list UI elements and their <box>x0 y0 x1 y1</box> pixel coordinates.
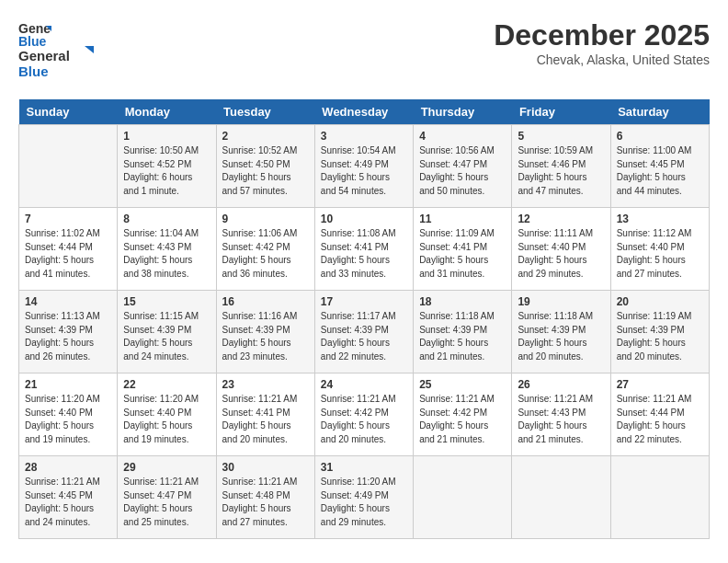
day-info: Sunrise: 11:21 AM Sunset: 4:42 PM Daylig… <box>419 393 506 446</box>
day-number: 5 <box>518 130 604 143</box>
weekday-header-saturday: Saturday <box>610 99 709 125</box>
day-info: Sunrise: 11:21 AM Sunset: 4:48 PM Daylig… <box>222 476 309 529</box>
day-number: 6 <box>617 130 703 143</box>
day-info: Sunrise: 11:21 AM Sunset: 4:45 PM Daylig… <box>25 476 111 529</box>
day-info: Sunrise: 11:12 AM Sunset: 4:40 PM Daylig… <box>617 227 703 281</box>
month-year-title: December 2025 <box>494 18 710 52</box>
calendar-cell: 10Sunrise: 11:08 AM Sunset: 4:41 PM Dayl… <box>314 208 413 291</box>
day-number: 25 <box>419 378 506 391</box>
calendar-week-row: 28Sunrise: 11:21 AM Sunset: 4:45 PM Dayl… <box>19 456 710 539</box>
weekday-header-tuesday: Tuesday <box>216 99 314 125</box>
calendar-cell <box>610 456 709 539</box>
day-info: Sunrise: 11:17 AM Sunset: 4:39 PM Daylig… <box>321 310 407 363</box>
calendar-cell: 18Sunrise: 11:18 AM Sunset: 4:39 PM Dayl… <box>414 291 512 373</box>
calendar-cell: 1Sunrise: 10:50 AM Sunset: 4:52 PM Dayli… <box>118 125 216 208</box>
day-number: 7 <box>25 213 111 225</box>
day-info: Sunrise: 11:21 AM Sunset: 4:41 PM Daylig… <box>222 393 309 446</box>
day-info: Sunrise: 11:21 AM Sunset: 4:44 PM Daylig… <box>617 393 703 446</box>
day-number: 11 <box>419 213 506 225</box>
day-number: 27 <box>617 378 703 391</box>
day-number: 3 <box>321 130 407 143</box>
calendar-cell: 7Sunrise: 11:02 AM Sunset: 4:44 PM Dayli… <box>19 208 118 291</box>
day-number: 23 <box>222 378 309 391</box>
calendar-cell: 15Sunrise: 11:15 AM Sunset: 4:39 PM Dayl… <box>118 291 216 373</box>
day-number: 13 <box>617 213 703 225</box>
calendar-cell: 27Sunrise: 11:21 AM Sunset: 4:44 PM Dayl… <box>610 373 709 456</box>
day-info: Sunrise: 11:20 AM Sunset: 4:49 PM Daylig… <box>321 476 407 529</box>
calendar-cell: 8Sunrise: 11:04 AM Sunset: 4:43 PM Dayli… <box>118 208 216 291</box>
day-info: Sunrise: 11:18 AM Sunset: 4:39 PM Daylig… <box>518 310 604 363</box>
calendar-cell: 20Sunrise: 11:19 AM Sunset: 4:39 PM Dayl… <box>610 291 709 373</box>
calendar-cell: 3Sunrise: 10:54 AM Sunset: 4:49 PM Dayli… <box>314 125 413 208</box>
day-info: Sunrise: 11:20 AM Sunset: 4:40 PM Daylig… <box>123 393 210 446</box>
calendar-cell: 28Sunrise: 11:21 AM Sunset: 4:45 PM Dayl… <box>19 456 118 539</box>
calendar-cell: 19Sunrise: 11:18 AM Sunset: 4:39 PM Dayl… <box>512 291 610 373</box>
calendar-cell: 26Sunrise: 11:21 AM Sunset: 4:43 PM Dayl… <box>512 373 610 456</box>
day-number: 1 <box>123 130 210 143</box>
day-info: Sunrise: 11:02 AM Sunset: 4:44 PM Daylig… <box>25 227 111 281</box>
calendar-cell <box>19 125 118 208</box>
calendar-cell: 17Sunrise: 11:17 AM Sunset: 4:39 PM Dayl… <box>314 291 413 373</box>
svg-marker-5 <box>85 46 94 53</box>
weekday-header-sunday: Sunday <box>19 99 118 125</box>
day-info: Sunrise: 11:08 AM Sunset: 4:41 PM Daylig… <box>321 227 407 281</box>
svg-text:General: General <box>18 48 70 63</box>
day-number: 24 <box>321 378 407 391</box>
day-number: 10 <box>321 213 407 225</box>
weekday-header-thursday: Thursday <box>414 99 512 125</box>
day-info: Sunrise: 11:21 AM Sunset: 4:42 PM Daylig… <box>321 393 407 446</box>
weekday-header-wednesday: Wednesday <box>314 99 413 125</box>
calendar-cell: 31Sunrise: 11:20 AM Sunset: 4:49 PM Dayl… <box>314 456 413 539</box>
calendar-cell: 5Sunrise: 10:59 AM Sunset: 4:46 PM Dayli… <box>512 125 610 208</box>
weekday-header-friday: Friday <box>512 99 610 125</box>
calendar-cell: 25Sunrise: 11:21 AM Sunset: 4:42 PM Dayl… <box>414 373 512 456</box>
calendar-cell: 11Sunrise: 11:09 AM Sunset: 4:41 PM Dayl… <box>414 208 512 291</box>
day-number: 21 <box>25 378 111 391</box>
page-header: General Blue General Blue December 2025 … <box>18 18 710 85</box>
day-number: 12 <box>518 213 604 225</box>
day-number: 15 <box>123 295 210 308</box>
calendar-table: SundayMondayTuesdayWednesdayThursdayFrid… <box>18 99 710 539</box>
day-info: Sunrise: 11:00 AM Sunset: 4:45 PM Daylig… <box>617 144 703 198</box>
calendar-cell: 4Sunrise: 10:56 AM Sunset: 4:47 PM Dayli… <box>414 125 512 208</box>
day-number: 28 <box>25 461 111 474</box>
day-info: Sunrise: 11:21 AM Sunset: 4:43 PM Daylig… <box>518 393 604 446</box>
day-number: 9 <box>222 213 309 225</box>
day-info: Sunrise: 11:13 AM Sunset: 4:39 PM Daylig… <box>25 310 111 363</box>
day-info: Sunrise: 10:50 AM Sunset: 4:52 PM Daylig… <box>123 144 210 198</box>
day-info: Sunrise: 10:54 AM Sunset: 4:49 PM Daylig… <box>321 144 407 198</box>
day-number: 20 <box>617 295 703 308</box>
day-info: Sunrise: 11:06 AM Sunset: 4:42 PM Daylig… <box>222 227 309 281</box>
day-number: 19 <box>518 295 604 308</box>
calendar-cell: 24Sunrise: 11:21 AM Sunset: 4:42 PM Dayl… <box>314 373 413 456</box>
day-number: 18 <box>419 295 506 308</box>
calendar-cell: 9Sunrise: 11:06 AM Sunset: 4:42 PM Dayli… <box>216 208 314 291</box>
day-info: Sunrise: 11:21 AM Sunset: 4:47 PM Daylig… <box>123 476 210 529</box>
day-number: 22 <box>123 378 210 391</box>
day-number: 8 <box>123 213 210 225</box>
calendar-cell: 6Sunrise: 11:00 AM Sunset: 4:45 PM Dayli… <box>610 125 709 208</box>
day-info: Sunrise: 11:15 AM Sunset: 4:39 PM Daylig… <box>123 310 210 363</box>
calendar-week-row: 21Sunrise: 11:20 AM Sunset: 4:40 PM Dayl… <box>19 373 710 456</box>
day-info: Sunrise: 11:11 AM Sunset: 4:40 PM Daylig… <box>518 227 604 281</box>
day-info: Sunrise: 11:04 AM Sunset: 4:43 PM Daylig… <box>123 227 210 281</box>
calendar-cell: 23Sunrise: 11:21 AM Sunset: 4:41 PM Dayl… <box>216 373 314 456</box>
calendar-cell: 16Sunrise: 11:16 AM Sunset: 4:39 PM Dayl… <box>216 291 314 373</box>
day-info: Sunrise: 11:19 AM Sunset: 4:39 PM Daylig… <box>617 310 703 363</box>
day-number: 30 <box>222 461 309 474</box>
calendar-cell: 21Sunrise: 11:20 AM Sunset: 4:40 PM Dayl… <box>19 373 118 456</box>
calendar-cell <box>414 456 512 539</box>
location-subtitle: Chevak, Alaska, United States <box>494 52 710 67</box>
calendar-week-row: 7Sunrise: 11:02 AM Sunset: 4:44 PM Dayli… <box>19 208 710 291</box>
weekday-header-row: SundayMondayTuesdayWednesdayThursdayFrid… <box>19 99 710 125</box>
calendar-cell: 2Sunrise: 10:52 AM Sunset: 4:50 PM Dayli… <box>216 125 314 208</box>
day-info: Sunrise: 10:52 AM Sunset: 4:50 PM Daylig… <box>222 144 309 198</box>
calendar-cell: 30Sunrise: 11:21 AM Sunset: 4:48 PM Dayl… <box>216 456 314 539</box>
calendar-cell: 29Sunrise: 11:21 AM Sunset: 4:47 PM Dayl… <box>118 456 216 539</box>
day-number: 16 <box>222 295 309 308</box>
calendar-week-row: 1Sunrise: 10:50 AM Sunset: 4:52 PM Dayli… <box>19 125 710 208</box>
day-info: Sunrise: 11:20 AM Sunset: 4:40 PM Daylig… <box>25 393 111 446</box>
calendar-cell: 14Sunrise: 11:13 AM Sunset: 4:39 PM Dayl… <box>19 291 118 373</box>
day-info: Sunrise: 10:59 AM Sunset: 4:46 PM Daylig… <box>518 144 604 198</box>
day-number: 31 <box>321 461 407 474</box>
